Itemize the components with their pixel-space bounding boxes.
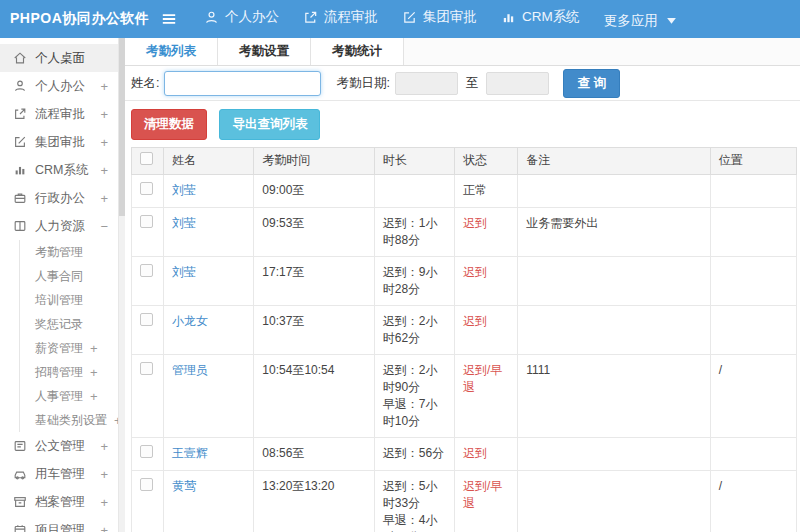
tab-attendance-list[interactable]: 考勤列表 xyxy=(125,38,218,65)
row-checkbox-cell xyxy=(132,471,164,532)
sidebar-item-personnel-contract[interactable]: 人事合同 xyxy=(19,264,118,288)
expand-icon[interactable]: + xyxy=(100,467,108,482)
employee-name-link[interactable]: 管理员 xyxy=(172,363,208,377)
employee-name-link[interactable]: 小龙女 xyxy=(172,314,208,328)
name-label: 姓名: xyxy=(131,75,159,92)
remark-cell: 业务需要外出 xyxy=(518,208,711,257)
status-text: 迟到 xyxy=(463,265,487,279)
attendance-time-cell: 17:17至 xyxy=(254,257,374,306)
sidebar-item-rewards-records[interactable]: 奖惩记录 xyxy=(19,312,118,336)
sidebar-item-personal-desktop[interactable]: 个人桌面 xyxy=(0,44,118,72)
column-header: 姓名 xyxy=(164,148,254,175)
tab-attendance-stats[interactable]: 考勤统计 xyxy=(311,38,404,65)
row-checkbox[interactable] xyxy=(140,362,153,375)
sidebar-item-personal-office[interactable]: 个人办公+ xyxy=(0,72,118,100)
duration-cell: 迟到：9小时28分 xyxy=(374,257,454,306)
duration-cell: 迟到：2小时90分早退：7小时10分 xyxy=(374,355,454,438)
app-logo: PHPOA协同办公软件 xyxy=(0,10,160,28)
expand-icon[interactable]: + xyxy=(100,107,108,122)
column-header: 备注 xyxy=(518,148,711,175)
row-checkbox[interactable] xyxy=(140,182,153,195)
expand-icon[interactable]: + xyxy=(100,495,108,510)
select-all-checkbox[interactable] xyxy=(140,152,153,165)
topnav-personal-office[interactable]: 个人办公 xyxy=(204,8,279,26)
row-checkbox[interactable] xyxy=(140,264,153,277)
expand-icon[interactable]: + xyxy=(90,365,98,380)
sidebar-item-vehicle-management[interactable]: 用车管理+ xyxy=(0,460,118,488)
sidebar-item-recruitment-management[interactable]: 招聘管理+ xyxy=(19,360,118,384)
row-checkbox[interactable] xyxy=(140,215,153,228)
sidebar-item-attendance-management[interactable]: 考勤管理 xyxy=(19,240,118,264)
attendance-time-cell: 09:53至 xyxy=(254,208,374,257)
duration-cell: 迟到：56分 xyxy=(374,438,454,471)
remark-cell: 1111 xyxy=(518,355,711,438)
menu-toggle-icon[interactable] xyxy=(160,10,178,28)
status-text: 迟到 xyxy=(463,446,487,460)
row-checkbox[interactable] xyxy=(140,313,153,326)
topnav-label: 个人办公 xyxy=(225,8,279,26)
phpoa-app: PHPOA协同办公软件 个人办公流程审批集团审批CRM系统更多应用 个人桌面个人… xyxy=(0,0,800,532)
expand-icon[interactable]: + xyxy=(100,135,108,150)
collapse-icon[interactable]: − xyxy=(100,219,108,234)
remark-cell xyxy=(518,471,711,532)
expand-icon[interactable]: + xyxy=(100,191,108,206)
expand-icon[interactable]: + xyxy=(100,523,108,532)
topnav-more-apps[interactable]: 更多应用 xyxy=(604,12,679,30)
location-cell: / xyxy=(710,355,796,438)
sidebar-item-human-resources[interactable]: 人力资源− xyxy=(0,212,118,240)
sidebar-item-basic-category-settings[interactable]: 基础类别设置+ xyxy=(19,408,118,432)
attendance-time-cell: 09:00至 xyxy=(254,175,374,208)
employee-name-link[interactable]: 王壹辉 xyxy=(172,446,208,460)
expand-icon[interactable]: + xyxy=(100,163,108,178)
search-button[interactable]: 查 询 xyxy=(563,69,619,98)
tab-attendance-settings[interactable]: 考勤设置 xyxy=(218,38,311,65)
name-input[interactable] xyxy=(164,71,321,96)
status-cell: 迟到 xyxy=(454,306,517,355)
date-to-input[interactable] xyxy=(486,72,549,95)
header-checkbox-cell xyxy=(132,148,164,175)
main-layout: 个人桌面个人办公+流程审批+集团审批+CRM系统+行政办公+人力资源−考勤管理人… xyxy=(0,38,800,532)
user-icon xyxy=(13,79,27,93)
sidebar-item-workflow-approval[interactable]: 流程审批+ xyxy=(0,100,118,128)
location-cell xyxy=(710,175,796,208)
export-list-button[interactable]: 导出查询列表 xyxy=(219,109,320,140)
expand-icon[interactable]: + xyxy=(100,439,108,454)
status-text: 迟到/早退 xyxy=(463,479,502,510)
employee-name-link[interactable]: 刘莹 xyxy=(172,265,196,279)
row-checkbox[interactable] xyxy=(140,445,153,458)
sidebar-item-group-approval[interactable]: 集团审批+ xyxy=(0,128,118,156)
sidebar-item-admin-office[interactable]: 行政办公+ xyxy=(0,184,118,212)
expand-icon[interactable]: + xyxy=(90,341,98,356)
topnav-workflow-approval[interactable]: 流程审批 xyxy=(303,8,378,26)
employee-name-link[interactable]: 刘莹 xyxy=(172,183,196,197)
sidebar-item-training-management[interactable]: 培训管理 xyxy=(19,288,118,312)
topnav-label: CRM系统 xyxy=(522,8,580,26)
topnav-group-approval[interactable]: 集团审批 xyxy=(402,8,477,26)
row-checkbox-cell xyxy=(132,257,164,306)
attendance-table: 姓名考勤时间时长状态备注位置 刘莹09:00至正常刘莹09:53至迟到：1小时8… xyxy=(131,147,797,532)
duration-text: 迟到：5小时33分 xyxy=(383,478,446,512)
row-checkbox-cell xyxy=(132,438,164,471)
sidebar-item-personnel-management[interactable]: 人事管理+ xyxy=(19,384,118,408)
column-header: 时长 xyxy=(374,148,454,175)
sidebar-item-document-management[interactable]: 公文管理+ xyxy=(0,432,118,460)
sidebar-scrollbar[interactable] xyxy=(118,38,125,532)
sidebar-item-salary-management[interactable]: 薪资管理+ xyxy=(19,336,118,360)
topnav-crm-system[interactable]: CRM系统 xyxy=(501,8,580,26)
remark-cell xyxy=(518,175,711,208)
scrollbar-thumb[interactable] xyxy=(119,38,125,216)
sidebar-item-archive-management[interactable]: 档案管理+ xyxy=(0,488,118,516)
duration-text: 早退：4小时67分 xyxy=(383,512,446,532)
date-from-input[interactable] xyxy=(395,72,458,95)
sidebar-item-project-management[interactable]: 项目管理+ xyxy=(0,516,118,532)
row-checkbox-cell xyxy=(132,175,164,208)
clean-data-button[interactable]: 清理数据 xyxy=(131,109,207,140)
employee-name-link[interactable]: 黄莺 xyxy=(172,479,196,493)
expand-icon[interactable]: + xyxy=(90,389,98,404)
sidebar-item-crm-system[interactable]: CRM系统+ xyxy=(0,156,118,184)
sidebar-item-label: 人事管理 xyxy=(35,388,83,405)
attendance-time-cell: 13:20至13:20 xyxy=(254,471,374,532)
employee-name-link[interactable]: 刘莹 xyxy=(172,216,196,230)
row-checkbox[interactable] xyxy=(140,478,153,491)
expand-icon[interactable]: + xyxy=(100,79,108,94)
